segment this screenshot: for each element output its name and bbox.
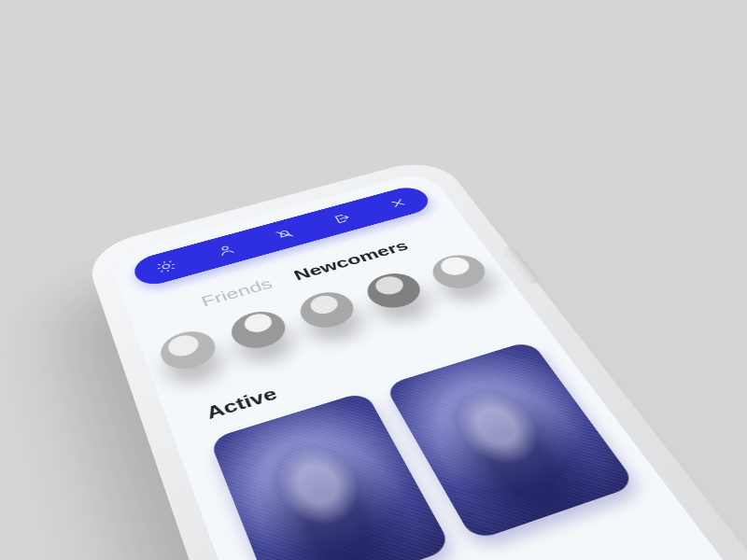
active-card[interactable] <box>385 341 638 542</box>
active-card[interactable] <box>209 391 453 560</box>
person-icon[interactable] <box>214 243 238 259</box>
tab-friends[interactable]: Friends <box>199 275 275 310</box>
phone-mockup: Friends Newcomers Active <box>91 160 747 560</box>
avatar[interactable] <box>293 287 361 333</box>
avatar[interactable] <box>425 250 494 294</box>
logout-icon[interactable] <box>330 211 354 226</box>
brightness-icon[interactable] <box>154 259 177 275</box>
svg-point-1 <box>221 246 228 251</box>
notifications-off-icon[interactable] <box>273 227 297 243</box>
avatar[interactable] <box>155 326 221 375</box>
active-cards <box>209 341 637 560</box>
avatar[interactable] <box>359 268 428 313</box>
section-active-title: Active <box>204 384 281 424</box>
avatar[interactable] <box>225 306 292 354</box>
svg-point-0 <box>162 264 169 270</box>
app-screen: Friends Newcomers Active <box>107 170 747 560</box>
close-icon[interactable] <box>387 196 411 211</box>
